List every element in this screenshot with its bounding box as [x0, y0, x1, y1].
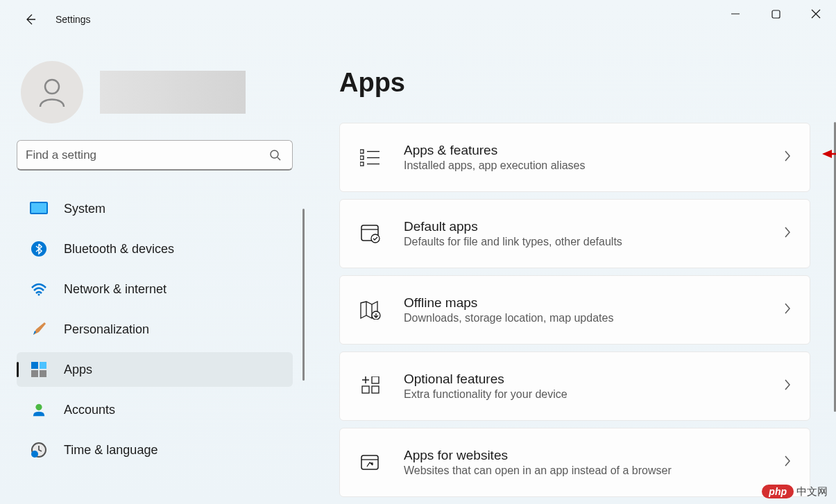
svg-rect-14	[40, 370, 46, 377]
nav-list: System Bluetooth & devices Network & int…	[17, 191, 295, 467]
chevron-right-icon	[783, 150, 792, 165]
window-controls	[715, 0, 836, 28]
window-title: Settings	[56, 14, 91, 25]
search-icon	[267, 149, 284, 162]
search-box[interactable]	[17, 140, 293, 171]
page-title: Apps	[339, 68, 825, 98]
card-subtitle: Extra functionality for your device	[404, 388, 783, 401]
sidebar-item-apps[interactable]: Apps	[17, 352, 293, 387]
chevron-right-icon	[783, 302, 792, 318]
sidebar-item-time[interactable]: Time & language	[17, 433, 293, 467]
apps-icon	[29, 360, 49, 379]
avatar	[21, 61, 83, 123]
sidebar-item-personalization[interactable]: Personalization	[17, 312, 293, 347]
sidebar-item-label: System	[64, 202, 105, 216]
svg-line-6	[278, 157, 280, 160]
search-input[interactable]	[26, 148, 267, 162]
sidebar-item-network[interactable]: Network & internet	[17, 272, 293, 306]
svg-rect-28	[362, 386, 369, 393]
card-title: Apps for websites	[404, 448, 783, 463]
svg-point-10	[38, 294, 40, 296]
minimize-icon	[731, 9, 740, 19]
svg-rect-18	[360, 150, 364, 153]
sidebar-item-label: Bluetooth & devices	[64, 242, 174, 257]
svg-rect-30	[372, 376, 379, 383]
chevron-right-icon	[783, 226, 792, 241]
card-title: Default apps	[404, 219, 783, 234]
card-optional-features[interactable]: Optional features Extra functionality fo…	[339, 351, 810, 421]
minimize-button[interactable]	[715, 0, 756, 28]
svg-rect-12	[40, 362, 46, 369]
maximize-button[interactable]	[756, 0, 796, 28]
svg-rect-29	[372, 386, 379, 393]
svg-point-17	[31, 451, 38, 458]
svg-rect-8	[31, 203, 46, 213]
list-icon	[358, 145, 383, 170]
card-title: Optional features	[404, 372, 783, 387]
grid-plus-icon	[358, 374, 383, 399]
svg-rect-20	[360, 156, 364, 159]
brush-icon	[29, 320, 49, 339]
close-icon	[811, 9, 821, 19]
card-title: Apps & features	[404, 143, 783, 158]
avatar-icon	[35, 75, 69, 110]
back-button[interactable]	[17, 6, 44, 33]
box-check-icon	[358, 221, 383, 246]
svg-rect-22	[360, 162, 364, 166]
chevron-right-icon	[783, 379, 792, 394]
svg-point-5	[271, 150, 278, 158]
sidebar-item-system[interactable]: System	[17, 191, 293, 226]
card-subtitle: Installed apps, app execution aliases	[404, 159, 783, 172]
svg-rect-13	[31, 370, 38, 377]
map-icon	[358, 297, 383, 322]
card-apps-websites[interactable]: Apps for websites Websites that can open…	[339, 428, 810, 497]
card-offline-maps[interactable]: Offline maps Downloads, storage location…	[339, 275, 810, 345]
main-panel: Apps Apps & features Installed apps, app…	[309, 39, 836, 504]
sidebar-item-label: Personalization	[64, 322, 149, 337]
monitor-icon	[29, 199, 49, 218]
card-title: Offline maps	[404, 295, 783, 311]
svg-point-26	[371, 234, 379, 243]
svg-point-15	[35, 404, 42, 410]
clock-icon	[29, 440, 49, 460]
svg-rect-11	[31, 362, 38, 369]
maximize-icon	[771, 10, 780, 19]
sidebar-item-label: Time & language	[64, 443, 157, 458]
sidebar-item-label: Accounts	[64, 403, 115, 417]
back-arrow-icon	[24, 12, 37, 26]
sidebar: System Bluetooth & devices Network & int…	[0, 39, 309, 504]
card-apps-features[interactable]: Apps & features Installed apps, app exec…	[339, 123, 810, 192]
website-app-icon	[358, 450, 383, 475]
card-default-apps[interactable]: Default apps Defaults for file and link …	[339, 199, 810, 268]
chevron-right-icon	[783, 455, 792, 470]
card-subtitle: Downloads, storage location, map updates	[404, 312, 783, 324]
watermark-badge: php	[762, 485, 794, 498]
titlebar: Settings	[0, 0, 836, 39]
sidebar-item-accounts[interactable]: Accounts	[17, 392, 293, 427]
close-button[interactable]	[796, 0, 836, 28]
settings-list: Apps & features Installed apps, app exec…	[339, 123, 825, 497]
bluetooth-icon	[29, 239, 49, 259]
person-icon	[29, 400, 49, 419]
sidebar-item-label: Network & internet	[64, 282, 167, 297]
watermark-text: 中文网	[796, 485, 828, 498]
user-name	[100, 71, 246, 114]
sidebar-item-label: Apps	[64, 363, 92, 377]
sidebar-item-bluetooth[interactable]: Bluetooth & devices	[17, 232, 293, 266]
sidebar-scrollbar[interactable]	[302, 209, 305, 381]
wifi-icon	[29, 279, 49, 299]
svg-rect-1	[772, 10, 780, 18]
user-section[interactable]	[17, 61, 295, 123]
card-subtitle: Defaults for file and link types, other …	[404, 236, 783, 248]
svg-point-4	[45, 80, 59, 94]
card-subtitle: Websites that can open in an app instead…	[404, 464, 783, 477]
watermark: php 中文网	[762, 485, 828, 498]
